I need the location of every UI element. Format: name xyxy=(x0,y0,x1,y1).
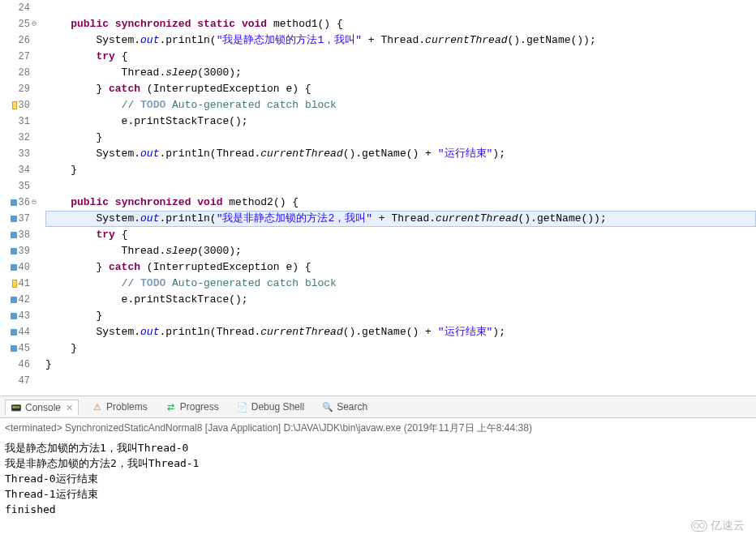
watermark: 亿速云 xyxy=(691,519,745,533)
code-line[interactable]: // TODO Auto-generated catch block xyxy=(45,276,756,292)
code-line[interactable]: } xyxy=(45,162,756,178)
code-line[interactable]: Thread.sleep(3000); xyxy=(45,65,756,81)
change-marker-icon xyxy=(11,345,17,352)
console-line: Thread-1运行结束 xyxy=(5,486,751,502)
gutter-line: 37 xyxy=(0,211,35,227)
gutter-line: 26 xyxy=(0,32,35,49)
gutter-line: 27 xyxy=(0,49,35,65)
console-line: Thread-0运行结束 xyxy=(5,471,751,486)
gutter-line: 45 xyxy=(0,340,35,357)
code-line[interactable]: System.out.println(Thread.currentThread(… xyxy=(45,146,756,162)
cloud-icon xyxy=(691,520,707,532)
change-marker-icon xyxy=(11,216,17,222)
code-content[interactable]: public synchronized static void method1(… xyxy=(39,0,756,395)
code-line[interactable] xyxy=(45,0,756,16)
change-marker-icon xyxy=(11,297,17,303)
tab-debug-shell[interactable]: 📄Debug Shell xyxy=(232,400,309,414)
code-line[interactable]: } catch (InterruptedException e) { xyxy=(45,259,756,276)
fold-icon[interactable]: ⊖ xyxy=(32,195,37,211)
progress-icon: ⇄ xyxy=(165,401,177,413)
todo-marker-icon xyxy=(12,101,17,109)
change-marker-icon xyxy=(11,264,17,271)
code-line[interactable]: } xyxy=(45,357,756,373)
gutter-line: 28 xyxy=(0,65,35,81)
gutter-line: 46 xyxy=(0,357,35,373)
change-marker-icon xyxy=(11,248,17,254)
tab-label: Progress xyxy=(180,401,219,413)
code-editor[interactable]: 2425⊖2627282930313233343536⊖373839404142… xyxy=(0,0,756,395)
code-line[interactable]: System.out.println("我是静态加锁的方法1，我叫" + Thr… xyxy=(45,32,756,49)
tab-console[interactable]: 📟Console✕ xyxy=(5,400,79,416)
code-line[interactable] xyxy=(45,373,756,389)
tab-label: Console xyxy=(25,402,61,413)
tab-label: Search xyxy=(337,401,367,413)
gutter-line: 36⊖ xyxy=(0,195,35,211)
console-line: 我是静态加锁的方法1，我叫Thread-0 xyxy=(5,440,751,455)
code-line[interactable]: } xyxy=(45,308,756,324)
gutter-line: 34 xyxy=(0,162,35,178)
close-icon[interactable]: ✕ xyxy=(66,403,73,413)
code-line[interactable]: try { xyxy=(45,49,756,65)
gutter-line: 44 xyxy=(0,324,35,340)
code-line[interactable]: Thread.sleep(3000); xyxy=(45,243,756,259)
problems-icon: ⚠ xyxy=(92,401,103,413)
tab-search[interactable]: 🔍Search xyxy=(317,400,372,414)
console-output: 我是静态加锁的方法1，我叫Thread-0我是非静态加锁的方法2，我叫Threa… xyxy=(0,438,756,519)
debug shell-icon: 📄 xyxy=(237,401,248,413)
line-gutter: 2425⊖2627282930313233343536⊖373839404142… xyxy=(0,0,39,395)
todo-marker-icon xyxy=(12,280,17,288)
code-line[interactable]: public synchronized void method2() { xyxy=(45,195,756,211)
gutter-line: 33 xyxy=(0,146,35,162)
code-line[interactable]: } catch (InterruptedException e) { xyxy=(45,81,756,97)
gutter-line: 47 xyxy=(0,373,35,389)
code-line[interactable]: e.printStackTrace(); xyxy=(45,113,756,130)
search-icon: 🔍 xyxy=(322,401,333,413)
console-icon: 📟 xyxy=(11,402,22,413)
gutter-line: 42 xyxy=(0,292,35,308)
code-line[interactable]: // TODO Auto-generated catch block xyxy=(45,97,756,113)
change-marker-icon xyxy=(11,232,17,238)
gutter-line: 30 xyxy=(0,97,35,113)
console-line: 我是非静态加锁的方法2，我叫Thread-1 xyxy=(5,455,751,471)
gutter-line: 35 xyxy=(0,178,35,195)
code-line[interactable]: System.out.println("我是非静态加锁的方法2，我叫" + Th… xyxy=(45,211,756,227)
gutter-line: 39 xyxy=(0,243,35,259)
change-marker-icon xyxy=(11,199,17,206)
gutter-line: 38 xyxy=(0,227,35,243)
code-line[interactable]: } xyxy=(45,130,756,146)
code-line[interactable]: public synchronized static void method1(… xyxy=(45,16,756,32)
gutter-line: 40 xyxy=(0,259,35,276)
console-header: <terminated> SynchronizedStaticAndNormal… xyxy=(0,418,756,438)
bottom-tabs-bar: 📟Console✕⚠Problems⇄Progress📄Debug Shell🔍… xyxy=(0,395,756,418)
gutter-line: 43 xyxy=(0,308,35,324)
tab-problems[interactable]: ⚠Problems xyxy=(87,400,152,414)
change-marker-icon xyxy=(11,313,17,319)
watermark-text: 亿速云 xyxy=(711,519,745,533)
console-line: finished xyxy=(5,502,751,517)
code-line[interactable]: try { xyxy=(45,227,756,243)
gutter-line: 32 xyxy=(0,130,35,146)
tab-label: Debug Shell xyxy=(251,401,304,413)
code-line[interactable] xyxy=(45,178,756,195)
code-line[interactable]: } xyxy=(45,340,756,357)
tab-label: Problems xyxy=(106,401,148,413)
gutter-line: 29 xyxy=(0,81,35,97)
code-line[interactable]: System.out.println(Thread.currentThread(… xyxy=(45,324,756,340)
fold-icon[interactable]: ⊖ xyxy=(32,16,37,32)
gutter-line: 41 xyxy=(0,276,35,292)
change-marker-icon xyxy=(11,329,17,336)
gutter-line: 24 xyxy=(0,0,35,16)
gutter-line: 25⊖ xyxy=(0,16,35,32)
tab-progress[interactable]: ⇄Progress xyxy=(161,400,224,414)
gutter-line: 31 xyxy=(0,113,35,130)
code-line[interactable]: e.printStackTrace(); xyxy=(45,292,756,308)
